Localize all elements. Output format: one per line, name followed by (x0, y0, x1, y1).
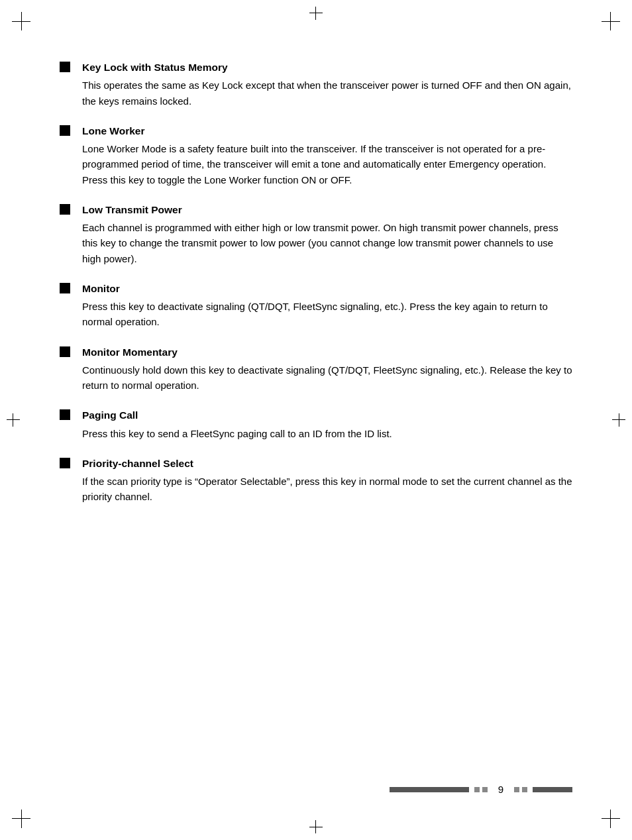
corner-mark-br (594, 802, 620, 828)
item-content-paging-call: Paging CallPress this key to send a Flee… (82, 407, 572, 441)
crosshair-right (612, 413, 625, 427)
progress-bar: 9 (390, 784, 572, 795)
bullet-icon (60, 283, 70, 293)
bar-dots (474, 787, 488, 792)
dot-3 (514, 787, 519, 792)
item-content-lone-worker: Lone WorkerLone Worker Mode is a safety … (82, 123, 572, 187)
list-item-low-transmit-power: Low Transmit PowerEach channel is progra… (60, 202, 572, 266)
item-content-priority-channel-select: Priority-channel SelectIf the scan prior… (82, 456, 572, 505)
main-content: Key Lock with Status MemoryThis operates… (60, 60, 572, 780)
item-content-key-lock-status-memory: Key Lock with Status MemoryThis operates… (82, 60, 572, 109)
bottom-bar: 9 (60, 784, 572, 795)
page-number: 9 (498, 784, 503, 795)
item-body-key-lock-status-memory: This operates the same as Key Lock excep… (82, 78, 572, 109)
item-title-monitor-momentary: Monitor Momentary (82, 344, 572, 360)
bullet-icon (60, 409, 70, 420)
bullet-icon (60, 346, 70, 357)
list-item-monitor: MonitorPress this key to deactivate sign… (60, 281, 572, 330)
list-item-paging-call: Paging CallPress this key to send a Flee… (60, 407, 572, 441)
item-content-low-transmit-power: Low Transmit PowerEach channel is progra… (82, 202, 572, 266)
bar-left (390, 787, 469, 792)
item-body-monitor: Press this key to deactivate signaling (… (82, 299, 572, 330)
item-body-lone-worker: Lone Worker Mode is a safety feature bui… (82, 141, 572, 187)
list-item-key-lock-status-memory: Key Lock with Status MemoryThis operates… (60, 60, 572, 109)
item-body-low-transmit-power: Each channel is programmed with either h… (82, 220, 572, 266)
item-title-monitor: Monitor (82, 281, 572, 296)
item-content-monitor: MonitorPress this key to deactivate sign… (82, 281, 572, 330)
list-item-monitor-momentary: Monitor MomentaryContinuously hold down … (60, 344, 572, 394)
corner-mark-tr (594, 12, 620, 38)
item-title-lone-worker: Lone Worker (82, 123, 572, 138)
list-item-priority-channel-select: Priority-channel SelectIf the scan prior… (60, 456, 572, 505)
bar-right (533, 787, 572, 792)
corner-mark-bl (12, 802, 38, 828)
crosshair-bottom (309, 820, 323, 833)
list-item-lone-worker: Lone WorkerLone Worker Mode is a safety … (60, 123, 572, 187)
bullet-icon (60, 204, 70, 215)
bullet-icon (60, 125, 70, 136)
item-title-low-transmit-power: Low Transmit Power (82, 202, 572, 217)
bullet-icon (60, 62, 70, 72)
dot-4 (522, 787, 527, 792)
item-content-monitor-momentary: Monitor MomentaryContinuously hold down … (82, 344, 572, 394)
dot-2 (482, 787, 488, 792)
item-title-paging-call: Paging Call (82, 407, 572, 423)
item-body-priority-channel-select: If the scan priority type is “Operator S… (82, 474, 572, 505)
crosshair-left (7, 413, 20, 427)
item-body-monitor-momentary: Continuously hold down this key to deact… (82, 362, 572, 394)
item-body-paging-call: Press this key to send a FleetSync pagin… (82, 426, 572, 441)
dot-1 (474, 787, 480, 792)
crosshair-top (309, 7, 323, 20)
items-list: Key Lock with Status MemoryThis operates… (60, 60, 572, 505)
item-title-priority-channel-select: Priority-channel Select (82, 456, 572, 471)
bullet-icon (60, 458, 70, 468)
item-title-key-lock-status-memory: Key Lock with Status Memory (82, 60, 572, 75)
bar-dots-2 (514, 787, 527, 792)
corner-mark-tl (12, 12, 38, 38)
